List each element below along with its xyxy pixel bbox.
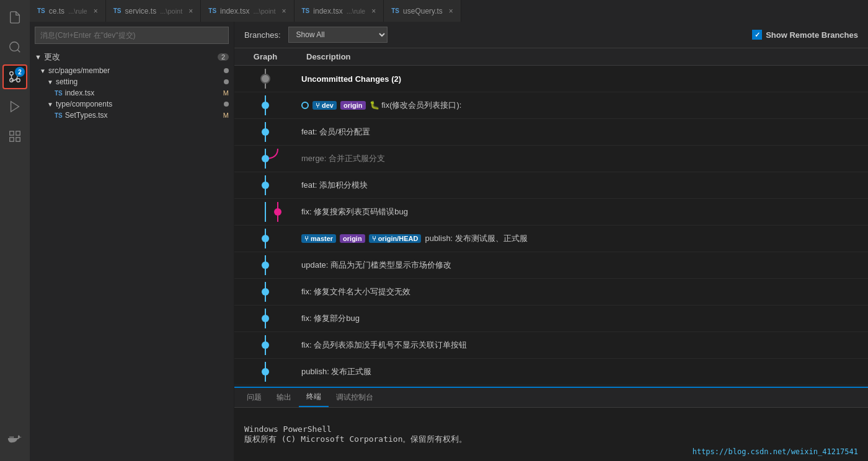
git-panel: Branches: Show All main dev master ✓ Sho… <box>234 22 868 461</box>
ts-label: TS <box>55 90 63 97</box>
svg-marker-5 <box>11 102 19 112</box>
docker-icon[interactable] <box>2 426 27 451</box>
tab-index-tsx-point[interactable]: TS index.tsx ...\point × <box>201 0 294 22</box>
changes-count: 2 <box>218 53 229 61</box>
tree-dot <box>224 68 229 73</box>
source-control-icon[interactable]: 2 <box>2 64 27 89</box>
commit-desc-1: 🐛 fix(修改会员列表接口): <box>370 100 462 111</box>
extensions-icon[interactable] <box>2 124 27 149</box>
commit-row-7[interactable]: update: 商品为无门槛类型显示市场价修改 <box>234 252 868 279</box>
commit-row-11[interactable]: publish: 发布正式服 <box>234 359 868 385</box>
graph-cell <box>234 309 296 328</box>
panel-tab-terminal[interactable]: 终端 <box>299 388 329 407</box>
graph-cell <box>234 362 296 382</box>
tab-index-tsx-rule[interactable]: TS index.tsx ...\rule × <box>294 0 384 22</box>
graph-cell <box>234 175 296 195</box>
file-tree: ▼ src/pages/member ▼ setting TS index.ts… <box>30 65 234 461</box>
graph-cell <box>234 229 296 248</box>
graph-cell <box>234 335 296 355</box>
desc-cell-1: ⑂ dev origin 🐛 fix(修改会员列表接口): <box>296 100 868 111</box>
folder-label: src/pages/member <box>48 66 110 75</box>
commit-message-input[interactable] <box>35 27 229 44</box>
panel-tab-debug[interactable]: 调试控制台 <box>329 389 381 406</box>
commit-row-9[interactable]: fix: 修复部分bug <box>234 305 868 332</box>
run-icon[interactable] <box>2 94 27 119</box>
branch-tag-origin-head: ⑂ origin/HEAD <box>369 234 422 243</box>
close-icon[interactable]: × <box>94 7 98 15</box>
panel-tab-issues[interactable]: 问题 <box>239 389 269 406</box>
desc-cell-10: fix: 会员列表添加没手机号不显示关联订单按钮 <box>296 340 868 351</box>
tree-folder-type-components[interactable]: ▼ type/components <box>30 99 234 110</box>
svg-point-15 <box>262 128 269 136</box>
svg-point-19 <box>262 182 269 189</box>
tree-folder-setting[interactable]: ▼ setting <box>30 76 234 87</box>
svg-point-11 <box>261 74 270 83</box>
commit-desc-2: feat: 会员/积分配置 <box>301 126 370 138</box>
changes-header[interactable]: ▼ 更改 2 <box>30 49 234 65</box>
tab-sublabel: ...\rule <box>347 7 366 15</box>
tab-ts-label: TS <box>391 7 399 14</box>
svg-point-34 <box>262 368 269 375</box>
svg-point-17 <box>262 155 269 162</box>
graph-cell <box>234 255 296 275</box>
branches-label: Branches: <box>244 30 281 40</box>
svg-point-22 <box>274 208 281 216</box>
terminal-link[interactable]: https://blog.csdn.net/weixin_41217541 <box>693 447 858 456</box>
show-remote-checkbox[interactable]: ✓ <box>752 30 762 40</box>
tab-ts-label: TS <box>37 7 45 14</box>
search-icon[interactable] <box>2 35 27 59</box>
tree-file-settypes-tsx[interactable]: TS SetTypes.tsx M <box>30 110 234 121</box>
tab-service-ts[interactable]: TS service.ts ...\point × <box>106 0 202 22</box>
close-icon[interactable]: × <box>449 7 453 15</box>
tab-sublabel: ...\point <box>253 7 275 15</box>
tab-label: service.ts <box>125 7 157 15</box>
tree-dot <box>224 79 229 84</box>
close-icon[interactable]: × <box>188 7 193 15</box>
terminal-content: Windows PowerShell 版权所有 (C) Microsoft Co… <box>234 408 868 461</box>
commit-row-uncommitted[interactable]: Uncommitted Changes (2) <box>234 66 868 92</box>
desc-cell-5: fix: 修复搜索列表页码错误bug <box>296 206 868 217</box>
commit-row-5[interactable]: fix: 修复搜索列表页码错误bug <box>234 199 868 226</box>
svg-point-24 <box>262 235 269 242</box>
tab-ce-ts[interactable]: TS ce.ts ...\rule × <box>30 0 106 22</box>
commit-row-1[interactable]: ⑂ dev origin 🐛 fix(修改会员列表接口): <box>234 92 868 119</box>
tab-label: index.tsx <box>220 7 249 15</box>
graph-cell <box>234 95 296 115</box>
chevron-icon: ▼ <box>40 68 46 74</box>
graph-cell <box>234 122 296 142</box>
tree-dot <box>224 102 229 107</box>
tab-sublabel: ...\rule <box>68 7 87 15</box>
svg-point-30 <box>262 315 269 322</box>
close-icon[interactable]: × <box>371 7 376 15</box>
chevron-down-icon: ▼ <box>35 53 42 61</box>
panel-tabs: 问题 输出 终端 调试控制台 <box>234 388 868 408</box>
git-branch-icon: ⑂ <box>372 235 376 242</box>
panel-tab-output[interactable]: 输出 <box>269 389 299 406</box>
changes-label: 更改 <box>44 51 60 63</box>
tab-usequery-ts[interactable]: TS useQuery.ts × <box>384 0 461 22</box>
commit-row-4[interactable]: feat: 添加积分模块 <box>234 172 868 199</box>
commit-row-3[interactable]: merge: 合并正式服分支 <box>234 146 868 172</box>
graph-cell <box>234 202 296 222</box>
activity-bar: 2 <box>0 0 30 461</box>
main-container: ▼ 更改 2 ▼ src/pages/member ▼ setting TS i… <box>30 22 868 461</box>
desc-cell-11: publish: 发布正式服 <box>296 366 868 377</box>
tree-file-index-tsx[interactable]: TS index.tsx M <box>30 87 234 99</box>
branches-select[interactable]: Show All main dev master <box>288 27 388 43</box>
branch-circle-icon <box>301 102 309 109</box>
commit-desc-10: fix: 会员列表添加没手机号不显示关联订单按钮 <box>301 340 467 351</box>
modified-badge: M <box>223 112 229 119</box>
commit-row-2[interactable]: feat: 会员/积分配置 <box>234 119 868 146</box>
close-icon[interactable]: × <box>282 7 286 15</box>
commit-row-10[interactable]: fix: 会员列表添加没手机号不显示关联订单按钮 <box>234 332 868 359</box>
svg-point-3 <box>10 72 14 76</box>
tree-folder-member[interactable]: ▼ src/pages/member <box>30 65 234 76</box>
folder-label: setting <box>56 77 78 86</box>
branch-tag-dev: ⑂ dev <box>312 101 337 110</box>
show-remote-branches[interactable]: ✓ Show Remote Branches <box>752 30 858 40</box>
commit-row-8[interactable]: fix: 修复文件名大小写提交无效 <box>234 279 868 305</box>
desc-cell-3: merge: 合并正式服分支 <box>296 153 868 164</box>
files-icon[interactable] <box>2 5 27 30</box>
commit-row-6[interactable]: ⑂ master origin ⑂ origin/HEAD publish: 发… <box>234 226 868 252</box>
svg-rect-7 <box>16 131 20 135</box>
